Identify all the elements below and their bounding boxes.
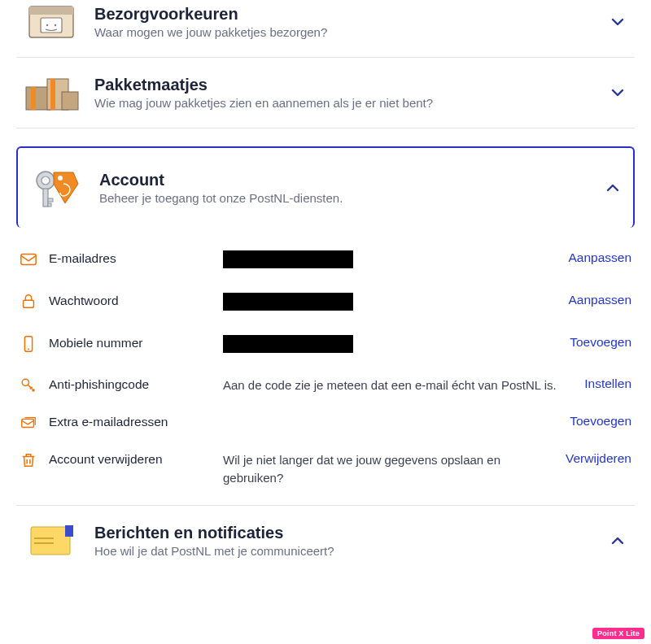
row-label: Anti-phishingcode (49, 376, 212, 392)
section-subtitle: Beheer je toegang tot onze PostNL-dienst… (99, 191, 604, 205)
svg-point-11 (42, 176, 50, 185)
svg-rect-21 (22, 420, 34, 428)
row-label: E-mailadres (49, 250, 212, 266)
trash-icon (20, 451, 37, 469)
svg-rect-23 (65, 525, 73, 537)
section-delivery-labels: Bezorgvoorkeuren Waar mogen we jouw pakk… (94, 5, 609, 39)
svg-rect-9 (62, 92, 78, 110)
section-title: Account (99, 171, 604, 189)
section-parcel-buddies[interactable]: Pakketmaatjes Wie mag jouw pakketjes zie… (16, 58, 635, 128)
svg-point-4 (55, 24, 56, 26)
envelope-badge-icon (24, 519, 80, 563)
parcel-box-icon (24, 0, 80, 44)
lock-icon (20, 293, 37, 311)
row-value-redacted (223, 293, 557, 315)
svg-point-3 (46, 24, 48, 26)
chevron-up-icon (609, 533, 627, 549)
svg-rect-16 (21, 255, 36, 265)
svg-rect-6 (31, 87, 36, 110)
section-subtitle: Waar mogen we jouw pakketjes bezorgen? (94, 25, 609, 39)
section-title: Berichten en notificaties (94, 524, 609, 542)
row-value-redacted (223, 335, 558, 358)
svg-point-15 (58, 176, 63, 181)
row-password: Wachtwoord Aanpassen (16, 283, 635, 325)
row-delete-account: Account verwijderen Wil je niet langer d… (16, 442, 635, 497)
svg-rect-12 (43, 189, 48, 207)
key-icon (20, 376, 37, 394)
svg-rect-14 (48, 203, 51, 207)
section-delivery-preferences[interactable]: Bezorgvoorkeuren Waar mogen we jouw pakk… (16, 0, 635, 58)
row-mobile: Mobiele nummer Toevoegen (16, 325, 635, 368)
svg-point-19 (28, 348, 29, 350)
section-subtitle: Wie mag jouw pakketjes zien en aannemen … (94, 96, 609, 110)
chevron-down-icon (609, 85, 627, 101)
account-rows: E-mailadres Aanpassen Wachtwoord Aanpass… (16, 237, 635, 506)
row-label: Account verwijderen (49, 451, 212, 467)
row-label: Extra e-mailadressen (49, 414, 212, 429)
svg-rect-8 (50, 79, 55, 110)
section-buddies-labels: Pakketmaatjes Wie mag jouw pakketjes zie… (94, 76, 609, 110)
row-value-redacted (223, 250, 557, 273)
envelope-icon (20, 250, 37, 268)
row-label: Mobiele nummer (49, 335, 212, 350)
svg-rect-13 (48, 198, 53, 202)
add-extra-email-link[interactable]: Toevoegen (570, 414, 631, 429)
watermark-badge: Point X Lite (592, 628, 644, 639)
key-tag-icon (29, 166, 85, 210)
section-account[interactable]: Account Beheer je toegang tot onze PostN… (16, 146, 635, 228)
section-title: Pakketmaatjes (94, 76, 609, 94)
row-description: Wil je niet langer dat we jouw gegevens … (223, 451, 554, 487)
delete-account-link[interactable]: Verwijderen (566, 451, 631, 466)
add-mobile-link[interactable]: Toevoegen (570, 335, 631, 350)
svg-rect-1 (29, 7, 73, 15)
row-description: Aan de code zie je meteen dat een e-mail… (223, 376, 573, 394)
edit-password-link[interactable]: Aanpassen (568, 293, 631, 307)
svg-rect-22 (31, 527, 70, 555)
edit-email-link[interactable]: Aanpassen (568, 250, 631, 265)
section-account-labels: Account Beheer je toegang tot onze PostN… (99, 171, 604, 205)
envelopes-icon (20, 414, 37, 432)
section-subtitle: Hoe wil je dat PostNL met je communiceer… (94, 544, 609, 558)
svg-rect-17 (24, 300, 34, 307)
row-extra-emails: Extra e-mailadressen Toevoegen (16, 404, 635, 442)
section-messages-notifications[interactable]: Berichten en notificaties Hoe wil je dat… (16, 506, 635, 576)
row-antiphishing: Anti-phishingcode Aan de code zie je met… (16, 367, 635, 404)
chevron-up-icon (604, 180, 622, 196)
section-title: Bezorgvoorkeuren (94, 5, 609, 24)
chevron-down-icon (609, 14, 627, 30)
section-messages-labels: Berichten en notificaties Hoe wil je dat… (94, 524, 609, 558)
row-label: Wachtwoord (49, 293, 212, 308)
parcel-boxes-icon (24, 71, 80, 115)
mobile-phone-icon (20, 335, 37, 353)
row-email: E-mailadres Aanpassen (16, 241, 635, 283)
set-antiphishing-link[interactable]: Instellen (584, 376, 631, 391)
